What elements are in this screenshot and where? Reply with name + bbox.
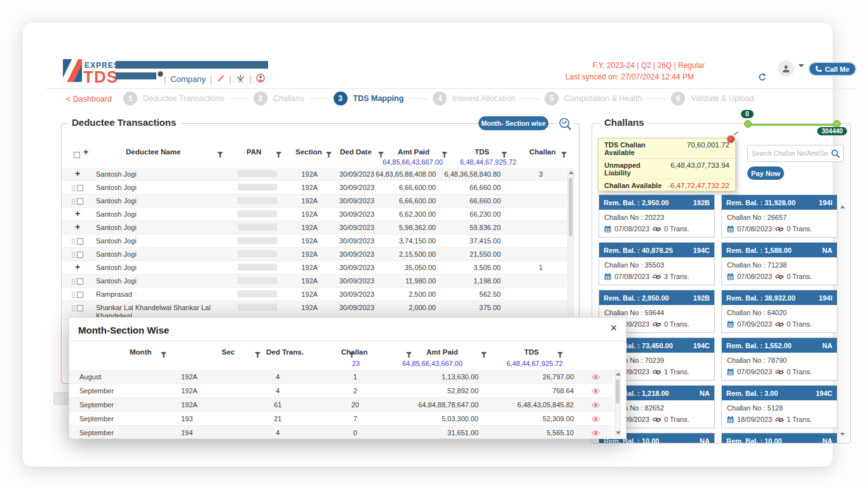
filter-icon[interactable] <box>326 149 332 160</box>
challan-card[interactable]: Rem. Bal. : 31,928.00 194I Challan No : … <box>721 194 837 238</box>
month-value: September <box>79 415 114 423</box>
filter-icon[interactable] <box>561 149 567 160</box>
calendar-icon <box>727 226 734 233</box>
wizard-step[interactable]: 5 Computation & Health <box>545 92 642 105</box>
deductee-name: Ramprasad <box>96 290 226 299</box>
pay-now-button[interactable]: Pay Now <box>747 166 784 180</box>
challan-card[interactable]: Rem. Bal. : 1,588.00 NA Challan No : 712… <box>721 242 837 285</box>
month-section-overlay: Month-Section Wise Month Sec Ded Trans. … <box>69 317 627 439</box>
drag-handle-icon[interactable] <box>71 278 76 285</box>
view-eye-icon[interactable] <box>592 388 600 395</box>
step-number: 3 <box>334 92 348 105</box>
challan-card[interactable]: Rem. Bal. : 3.00 194C Challan No : 5128 … <box>721 385 837 428</box>
scroll-up-icon[interactable] <box>616 372 621 376</box>
row-checkbox[interactable] <box>77 292 83 298</box>
challan-card[interactable]: Rem. Bal. : 10.00 NA Challan No : <box>721 433 837 443</box>
close-icon[interactable] <box>610 322 617 334</box>
row-checkbox[interactable] <box>77 238 83 245</box>
fy-quarter-form-info: F.Y. 2023-24 | Q2 | 26Q | Regular <box>451 61 705 70</box>
expand-all-icon[interactable] <box>83 146 88 158</box>
scroll-down-icon[interactable] <box>616 431 621 435</box>
challan-card[interactable]: Rem. Bal. : 1,552.00 NA Challan No : 787… <box>721 337 837 381</box>
divider: | <box>229 75 231 84</box>
col-section: Section <box>295 148 322 156</box>
back-to-dashboard-link[interactable]: < Dashboard <box>66 95 112 104</box>
month-value: September <box>79 429 114 437</box>
step-connector <box>309 98 329 99</box>
table-row: Santosh Jogi 192A 30/09/2023 11,980.00 1… <box>62 274 567 288</box>
view-eye-icon[interactable] <box>592 430 600 437</box>
challan-card[interactable]: Rem. Bal. : 38,932.00 194I Challan No : … <box>721 290 837 333</box>
cards-scroll-down-icon[interactable] <box>840 436 845 447</box>
filter-icon[interactable] <box>255 349 261 360</box>
row-checkbox[interactable] <box>77 185 83 191</box>
filter-icon[interactable] <box>406 349 412 360</box>
drag-handle-icon[interactable] <box>71 252 76 259</box>
drag-handle-icon[interactable] <box>71 198 76 205</box>
expand-row-icon[interactable] <box>75 222 80 232</box>
scrollbar-thumb[interactable] <box>569 178 573 236</box>
calendar-icon <box>727 273 734 280</box>
drag-handle-icon[interactable] <box>71 238 76 245</box>
user-avatar[interactable] <box>778 60 794 77</box>
filter-icon[interactable] <box>481 349 487 360</box>
company-info-badge <box>158 71 163 77</box>
filter-icon[interactable] <box>276 149 281 160</box>
row-checkbox[interactable] <box>77 198 83 205</box>
challan-card[interactable]: Rem. Bal. : 40,878.25 194C Challan No : … <box>599 242 715 285</box>
drag-handle-icon[interactable] <box>71 305 76 312</box>
row-checkbox[interactable] <box>77 278 83 285</box>
filter-icon[interactable] <box>557 349 563 360</box>
filter-icon[interactable] <box>349 349 355 360</box>
tds-value: 37,415.00 <box>470 237 501 245</box>
preview-search-icon[interactable] <box>557 117 574 135</box>
wizard-step[interactable]: 2 Challans <box>254 92 304 105</box>
pan-masked <box>238 264 277 272</box>
chevron-down-icon[interactable] <box>799 67 804 79</box>
scrollbar-thumb[interactable] <box>616 379 620 403</box>
slider-handle-min[interactable] <box>744 120 752 128</box>
row-checkbox[interactable] <box>77 252 83 258</box>
note-label: TDS Challan Available <box>604 141 665 156</box>
edit-pencil-icon[interactable] <box>217 74 225 85</box>
wizard-step[interactable]: 6 Validate & Upload <box>671 92 754 105</box>
drag-handle-icon[interactable] <box>71 292 76 299</box>
note-value: 70,60,001.72 <box>687 141 729 156</box>
view-eye-icon[interactable] <box>592 374 600 381</box>
tds-value: 768.64 <box>552 387 574 395</box>
pan-masked <box>238 290 277 299</box>
lotus-icon[interactable] <box>236 74 245 85</box>
ov-amt-paid-total: 64,85,66,43,667.00 <box>402 360 463 367</box>
section-value: 192A <box>300 264 319 271</box>
challan-card[interactable]: Rem. Bal. : 2,950.00 192B Challan No : 2… <box>599 194 715 238</box>
expand-row-icon[interactable] <box>75 262 80 272</box>
refresh-icon[interactable] <box>758 72 766 84</box>
select-all-checkbox[interactable] <box>74 149 80 160</box>
filter-icon[interactable] <box>161 349 166 360</box>
call-me-button[interactable]: Call Me <box>808 62 857 76</box>
wizard-step[interactable]: 1 Deductee Transactions <box>123 92 224 105</box>
amt-paid-value: 11,980.00 <box>405 277 436 285</box>
scroll-up-icon[interactable] <box>569 171 574 174</box>
challan-range-slider[interactable] <box>748 124 837 126</box>
month-section-wise-button[interactable]: Month- Section wise <box>478 116 548 130</box>
overlay-scrollbar[interactable] <box>614 370 621 437</box>
filter-icon[interactable] <box>217 149 223 160</box>
wizard-step[interactable]: 3 TDS Mapping <box>334 92 404 105</box>
person-badge-icon[interactable] <box>256 74 265 85</box>
wizard-step[interactable]: 4 Interest Allocation <box>433 92 515 105</box>
expand-row-icon[interactable] <box>75 208 80 219</box>
amt-paid-value: 6,62,300.00 <box>399 210 436 218</box>
company-link[interactable]: Company <box>170 74 206 84</box>
tds-value: 562.50 <box>479 290 501 298</box>
note-value: -6,47,72,47,732.22 <box>668 182 729 189</box>
transaction-count: 0 Trans. <box>787 225 812 233</box>
view-eye-icon[interactable] <box>592 402 600 409</box>
view-eye-icon[interactable] <box>592 416 600 423</box>
row-checkbox[interactable] <box>77 305 83 311</box>
search-icon[interactable] <box>831 149 840 158</box>
expand-row-icon[interactable] <box>75 168 80 179</box>
drag-handle-icon[interactable] <box>71 185 76 192</box>
challan-search-input[interactable] <box>752 146 828 161</box>
cards-scroll-up-icon[interactable] <box>840 194 845 206</box>
